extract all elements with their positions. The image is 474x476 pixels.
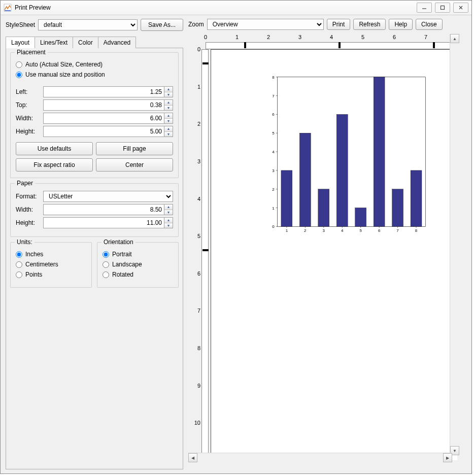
fill-page-button[interactable]: Fill page <box>96 142 173 155</box>
width-input[interactable] <box>43 113 164 124</box>
units-legend: Units: <box>15 239 35 246</box>
units-points-label: Points <box>25 271 42 278</box>
ruler-v-tick: 8 <box>197 345 200 351</box>
ruler-v-tick: 3 <box>197 158 200 164</box>
orientation-portrait-radio[interactable] <box>103 251 109 258</box>
ruler-h-tick: 7 <box>424 34 427 40</box>
ruler-v-marker[interactable] <box>202 62 209 64</box>
paper-width-spinner[interactable]: ▲▼ <box>43 204 173 215</box>
ruler-v-tick: 10 <box>194 420 200 426</box>
svg-rect-39 <box>392 189 403 227</box>
paper-canvas[interactable]: 01234567812345678 <box>211 49 457 460</box>
width-label: Width: <box>16 115 40 122</box>
units-inches-label: Inches <box>25 251 43 258</box>
svg-text:1: 1 <box>272 206 275 210</box>
spinner-up-icon[interactable]: ▲ <box>164 100 173 106</box>
paper-height-input[interactable] <box>43 217 164 228</box>
svg-rect-0 <box>4 4 11 11</box>
help-button[interactable]: Help <box>389 19 413 30</box>
orientation-landscape-radio[interactable] <box>103 261 109 268</box>
minimize-button[interactable] <box>417 3 432 13</box>
spinner-up-icon[interactable]: ▲ <box>164 87 173 92</box>
spinner-up-icon[interactable]: ▲ <box>164 126 173 132</box>
spinner-down-icon[interactable]: ▼ <box>164 92 173 97</box>
units-points-radio[interactable] <box>16 271 22 278</box>
units-inches-radio[interactable] <box>16 251 22 258</box>
ruler-v-tick: 9 <box>197 383 200 389</box>
svg-text:5: 5 <box>272 131 275 135</box>
placement-manual-radio[interactable] <box>16 72 22 78</box>
placement-auto-radio[interactable] <box>16 61 22 68</box>
tab-layout[interactable]: Layout <box>6 37 35 48</box>
tab-color[interactable]: Color <box>73 37 98 48</box>
refresh-button[interactable]: Refresh <box>353 19 386 30</box>
spinner-up-icon[interactable]: ▲ <box>164 113 173 119</box>
ruler-v-marker[interactable] <box>202 249 209 251</box>
height-spinner[interactable]: ▲▼ <box>43 126 173 137</box>
horizontal-ruler: 012345678 <box>206 34 457 48</box>
orientation-portrait-label: Portrait <box>112 251 132 258</box>
use-defaults-button[interactable]: Use defaults <box>16 142 93 155</box>
orientation-rotated-radio[interactable] <box>103 271 109 278</box>
top-input[interactable] <box>43 99 164 111</box>
tabs: Layout Lines/Text Color Advanced <box>6 36 183 48</box>
spinner-down-icon[interactable]: ▼ <box>164 119 173 124</box>
height-input[interactable] <box>43 126 164 137</box>
spinner-down-icon[interactable]: ▼ <box>164 132 173 137</box>
print-preview-window: Print Preview StyleSheet default Save As… <box>0 0 472 474</box>
ruler-h-marker[interactable] <box>244 42 246 48</box>
tab-lines-text[interactable]: Lines/Text <box>35 37 73 48</box>
svg-rect-36 <box>374 77 385 227</box>
preview-area: 012345678 01234567891011 012345678123456… <box>188 34 466 469</box>
width-spinner[interactable]: ▲▼ <box>43 113 173 124</box>
spinner-up-icon[interactable]: ▲ <box>164 205 173 210</box>
left-spinner[interactable]: ▲▼ <box>43 86 173 97</box>
units-centimeters-radio[interactable] <box>16 261 22 268</box>
save-as-button[interactable]: Save As... <box>141 19 183 31</box>
horizontal-scrollbar[interactable]: ◀ ▶ <box>188 453 452 462</box>
center-button[interactable]: Center <box>96 158 173 172</box>
placement-manual-label: Use manual size and position <box>25 71 105 78</box>
vertical-ruler: 01234567891011 <box>188 49 209 460</box>
paper-width-input[interactable] <box>43 204 164 215</box>
ruler-h-tick: 1 <box>235 34 239 40</box>
spinner-down-icon[interactable]: ▼ <box>164 106 173 111</box>
zoom-select[interactable]: Overview <box>207 19 324 30</box>
ruler-h-tick: 5 <box>361 34 364 40</box>
ruler-h-marker[interactable] <box>433 42 435 48</box>
vertical-scrollbar[interactable]: ▲ ▼ <box>450 34 459 455</box>
ruler-v-tick: 7 <box>197 308 200 314</box>
layout-tab-panel: Placement Auto (Actual Size, Centered) U… <box>6 48 183 469</box>
ruler-v-tick: 5 <box>197 233 200 239</box>
svg-rect-21 <box>281 171 292 226</box>
ruler-h-tick: 4 <box>330 34 333 40</box>
left-input[interactable] <box>43 86 164 97</box>
print-button[interactable]: Print <box>327 19 351 30</box>
ruler-v-tick: 6 <box>197 270 200 277</box>
spinner-down-icon[interactable]: ▼ <box>164 223 173 228</box>
stylesheet-label: StyleSheet <box>6 21 35 28</box>
paper-format-select[interactable]: USLetter <box>43 191 173 202</box>
close-window-button[interactable] <box>453 3 468 13</box>
ruler-v-tick: 2 <box>197 121 200 127</box>
scroll-left-icon[interactable]: ◀ <box>188 453 197 462</box>
stylesheet-select[interactable]: default <box>38 19 138 30</box>
ruler-h-tick: 3 <box>298 34 301 40</box>
svg-text:1: 1 <box>286 228 288 233</box>
paper-page[interactable]: 01234567812345678 <box>211 49 457 460</box>
close-button[interactable]: Close <box>416 19 443 30</box>
ruler-h-marker[interactable] <box>338 42 341 48</box>
scroll-up-icon[interactable]: ▲ <box>450 34 459 43</box>
top-spinner[interactable]: ▲▼ <box>43 99 173 111</box>
fix-aspect-button[interactable]: Fix aspect ratio <box>16 158 93 172</box>
tab-advanced[interactable]: Advanced <box>98 37 136 48</box>
paper-group: Paper Format: USLetter Width: ▲▼ <box>10 183 179 237</box>
paper-height-spinner[interactable]: ▲▼ <box>43 217 173 228</box>
svg-text:7: 7 <box>396 228 399 233</box>
spinner-up-icon[interactable]: ▲ <box>164 218 173 223</box>
units-centimeters-label: Centimeters <box>25 261 58 268</box>
svg-rect-33 <box>355 208 366 226</box>
spinner-down-icon[interactable]: ▼ <box>164 210 173 215</box>
scroll-right-icon[interactable]: ▶ <box>443 453 452 462</box>
maximize-button[interactable] <box>435 3 450 13</box>
